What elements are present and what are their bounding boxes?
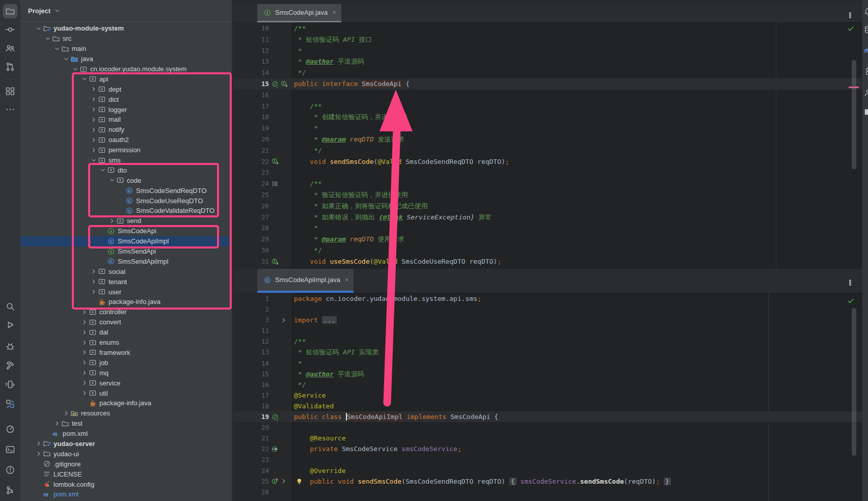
build-icon[interactable]: [3, 358, 17, 372]
line-number[interactable]: 26: [233, 201, 269, 212]
chevron-right-icon[interactable]: [80, 318, 89, 326]
gutter-icons[interactable]: [271, 156, 279, 168]
chevron-right-icon[interactable]: [89, 277, 98, 286]
code-line[interactable]: 12/**: [233, 336, 862, 347]
run-anything-icon[interactable]: [3, 377, 17, 392]
more-options-icon[interactable]: •••: [846, 11, 855, 17]
line-number[interactable]: 29: [233, 234, 269, 245]
inspections-ok-icon[interactable]: [847, 297, 855, 307]
services-icon[interactable]: [3, 397, 17, 411]
tree-item[interactable]: framework: [20, 348, 232, 358]
chevron-down-icon[interactable]: [89, 156, 98, 164]
line-number[interactable]: 22: [233, 156, 269, 168]
database-icon[interactable]: [863, 25, 868, 36]
code-line[interactable]: 17@Service: [233, 390, 862, 401]
tree-item[interactable]: mq: [20, 368, 232, 378]
chevron-right-icon[interactable]: [52, 420, 61, 428]
line-number[interactable]: 17: [233, 101, 269, 112]
gutter-icons[interactable]: [271, 256, 279, 267]
tree-item[interactable]: yudao-ui: [20, 449, 232, 459]
chevron-right-icon[interactable]: [80, 379, 89, 387]
search-icon[interactable]: [3, 299, 17, 314]
tree-item[interactable]: main: [20, 44, 232, 54]
tree-item[interactable]: ISmsCodeApi: [20, 226, 232, 236]
close-icon[interactable]: ×: [345, 276, 349, 284]
tree-item[interactable]: job: [20, 357, 232, 368]
tree-item[interactable]: .gitignore: [20, 459, 232, 469]
chevron-down-icon[interactable]: [34, 24, 43, 33]
editor-smscodeapiimpl[interactable]: 1package cn.iocoder.yudao.module.system.…: [233, 293, 862, 501]
tree-item[interactable]: notify: [20, 125, 232, 135]
chevron-right-icon[interactable]: [89, 267, 98, 275]
gradle-icon[interactable]: [863, 67, 868, 78]
chevron-right-icon[interactable]: [89, 85, 98, 93]
tree-item[interactable]: controller: [20, 307, 232, 317]
notifications-icon[interactable]: [863, 7, 868, 18]
code-line[interactable]: 28 *: [233, 222, 862, 234]
line-number[interactable]: 24: [233, 178, 269, 189]
tree-item[interactable]: send: [20, 216, 232, 226]
chevron-right-icon[interactable]: [80, 328, 89, 337]
profiler-icon[interactable]: [3, 422, 17, 436]
maven-icon[interactable]: m: [863, 45, 868, 57]
gutter-icons[interactable]: [271, 443, 279, 454]
version-control-icon[interactable]: [3, 483, 17, 497]
more-icon[interactable]: [3, 102, 17, 117]
code-line[interactable]: 30 */: [233, 245, 862, 256]
chevron-down-icon[interactable]: [71, 65, 79, 73]
code-line[interactable]: 18@Validated: [233, 401, 862, 411]
code-line[interactable]: 20 * @param reqDTO 发送请求: [233, 134, 862, 145]
code-line[interactable]: 21 @Resource: [233, 433, 862, 443]
chevron-right-icon[interactable]: [89, 288, 98, 296]
code-line[interactable]: 22 private SmsCodeService smsCodeService…: [233, 443, 862, 454]
code-line[interactable]: 23: [233, 167, 862, 178]
gutter-icons[interactable]: [271, 78, 288, 90]
line-number[interactable]: 30: [233, 245, 269, 256]
line-number[interactable]: 20: [233, 134, 269, 145]
chevron-right-icon[interactable]: [89, 116, 98, 124]
tree-item[interactable]: service: [20, 378, 232, 388]
line-number[interactable]: 13: [233, 347, 269, 357]
tree-item[interactable]: test: [20, 419, 232, 429]
list-gutter-icon[interactable]: [271, 180, 279, 188]
tree-item[interactable]: yudao-server: [20, 439, 232, 449]
code-line[interactable]: 11 * 短信验证码 API 接口: [233, 34, 862, 45]
code-line[interactable]: 29 * @param reqDTO 使用请求: [233, 234, 862, 245]
code-line[interactable]: 12 *: [233, 45, 862, 57]
code-line[interactable]: 28: [233, 487, 862, 497]
tree-item[interactable]: sms: [20, 155, 232, 165]
code-line[interactable]: 16: [233, 90, 862, 101]
bean-gutter-icon[interactable]: [271, 80, 279, 88]
tree-item[interactable]: CSmsCodeValidateReqDTO: [20, 206, 232, 216]
code-line[interactable]: 23: [233, 454, 862, 465]
code-line[interactable]: 20: [233, 422, 862, 433]
line-number[interactable]: 16: [233, 90, 269, 101]
gutter-icons[interactable]: [271, 411, 279, 422]
tree-item[interactable]: yudao-module-system: [20, 23, 232, 34]
chevron-right-icon[interactable]: [107, 217, 116, 225]
code-line[interactable]: 2: [233, 304, 862, 315]
tree-item[interactable]: ISmsSendApi: [20, 246, 232, 257]
chevron-down-icon[interactable]: [98, 166, 107, 174]
code-line[interactable]: 27 * 如果错误，则抛出 {@link ServiceException} 异…: [233, 212, 862, 223]
code-line[interactable]: 14 *: [233, 358, 862, 369]
line-number[interactable]: 28: [233, 222, 269, 234]
tree-item[interactable]: lombok.config: [20, 479, 232, 489]
impl-gutter-icon[interactable]: [271, 157, 279, 165]
line-number[interactable]: 1: [233, 293, 269, 304]
tree-item[interactable]: code: [20, 175, 232, 185]
line-number[interactable]: 17: [233, 390, 269, 401]
line-number[interactable]: 18: [233, 112, 269, 123]
line-number[interactable]: 19: [233, 123, 269, 134]
chevron-right-icon[interactable]: [80, 369, 89, 377]
chevron-right-icon[interactable]: [34, 439, 43, 448]
code-line[interactable]: 3import ...: [233, 315, 862, 325]
tree-item[interactable]: src: [20, 34, 232, 44]
code-with-me-icon[interactable]: [3, 41, 17, 55]
code-line[interactable]: 18 * 创建短信验证码，并进行发送: [233, 112, 862, 123]
panel-icon[interactable]: [863, 107, 868, 119]
chevron-right-icon[interactable]: [80, 389, 89, 397]
code-line[interactable]: 19public class SmsCodeApiImpl implements…: [233, 411, 862, 422]
tree-item[interactable]: mpom.xml: [20, 429, 232, 439]
chevron-right-icon[interactable]: [80, 358, 89, 367]
